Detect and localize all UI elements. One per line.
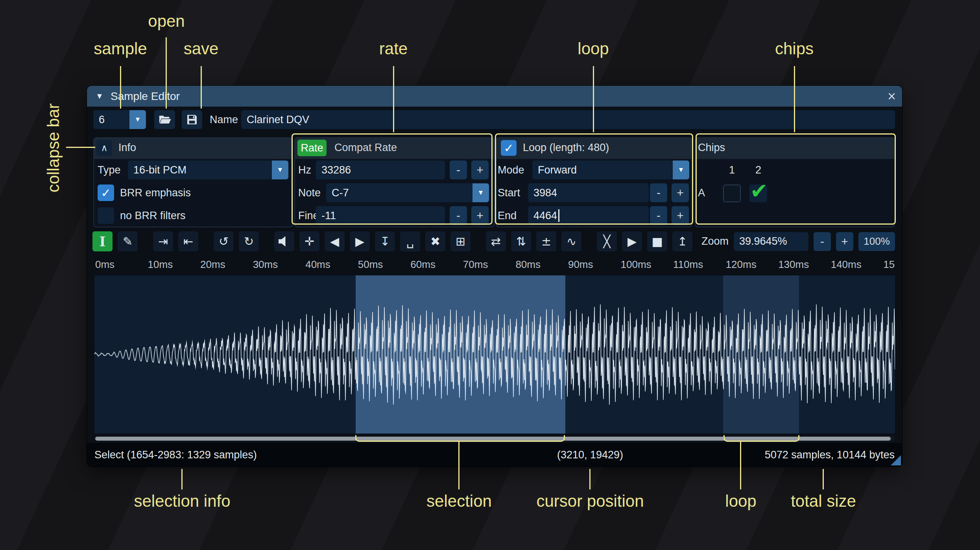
trim-button[interactable]: ⊞: [450, 231, 471, 251]
open-sample-button[interactable]: [154, 110, 175, 129]
speaker-icon: [279, 236, 290, 247]
annotation-chips: chips: [775, 39, 814, 58]
annotation-line-loop: [593, 66, 594, 132]
ruler-label: 150ms: [883, 258, 895, 271]
type-label: Type: [98, 161, 121, 179]
zoom-out-button[interactable]: -: [814, 232, 831, 251]
name-label: Name: [210, 110, 238, 129]
draw-tool-icon: ✎: [123, 236, 133, 247]
resample-button[interactable]: ⇤: [178, 231, 198, 251]
annotation-line-chips: [794, 66, 795, 132]
type-select[interactable]: 16-bit PCM ▼: [128, 161, 288, 179]
annotation-line-selection-info: [181, 469, 183, 489]
ruler-label: 120ms: [726, 258, 757, 271]
ruler-label: 110ms: [673, 258, 703, 271]
undo-icon: ↺: [219, 236, 229, 247]
preview-button[interactable]: ▶: [622, 231, 642, 251]
annotation-line-rate: [393, 66, 394, 132]
ruler-label: 10ms: [148, 258, 173, 271]
ruler-label: 60ms: [410, 258, 436, 271]
crossfade-loop-icon: ╳: [603, 236, 610, 247]
window-collapse-icon[interactable]: ▼: [96, 86, 103, 107]
close-icon[interactable]: ×: [888, 86, 896, 107]
no-brr-filters-checkbox[interactable]: [98, 207, 114, 224]
type-select-arrow[interactable]: ▼: [272, 161, 288, 179]
statusbar: Select (1654-2983: 1329 samples) (3210, …: [87, 443, 902, 467]
time-ruler[interactable]: 0ms10ms20ms30ms40ms50ms60ms70ms80ms90ms1…: [94, 255, 895, 274]
annotation-line-cursor-position: [589, 469, 591, 489]
apply-silence-button[interactable]: ␣: [400, 231, 420, 251]
resize-icon: ⇥: [158, 236, 168, 247]
annotation-box-rate: [292, 133, 493, 225]
zoom-in-button[interactable]: +: [836, 232, 853, 251]
zoom-input-value: 39.9645%: [739, 235, 787, 247]
annotation-selection: selection: [426, 492, 492, 511]
draw-tool-button[interactable]: ✎: [118, 231, 138, 251]
titlebar[interactable]: ▼ Sample Editor ×: [87, 86, 902, 107]
fade-in-button[interactable]: ◀: [325, 231, 345, 251]
apply-filter-icon: ∿: [567, 236, 576, 247]
chevron-up-icon: ∧: [101, 143, 108, 153]
annotation-loop-bottom: loop: [725, 492, 756, 511]
ruler-label: 30ms: [253, 258, 278, 271]
brr-emphasis-label: BRR emphasis: [120, 183, 191, 202]
waveform-view[interactable]: [94, 275, 895, 434]
reverse-icon: ⇄: [491, 236, 501, 247]
insert-silence-button[interactable]: ↧: [375, 231, 395, 251]
stop-preview-icon: ■: [651, 236, 663, 247]
sample-number-select[interactable]: 6 ▼: [93, 110, 146, 129]
fade-out-button[interactable]: ▶: [350, 231, 370, 251]
fade-out-icon: ▶: [355, 236, 364, 247]
annotation-bracket-loop: [723, 435, 799, 442]
stop-preview-button[interactable]: ■: [647, 231, 667, 251]
reverse-button[interactable]: ⇄: [486, 231, 506, 251]
zoom-label: Zoom: [701, 235, 729, 247]
redo-button[interactable]: ↻: [239, 231, 259, 251]
delete-button[interactable]: ✖: [425, 231, 445, 251]
undo-button[interactable]: ↺: [214, 231, 234, 251]
sample-number-arrow[interactable]: ▼: [129, 110, 146, 129]
create-wavetable-button[interactable]: ↥: [672, 231, 692, 251]
zoom-reset-button[interactable]: 100%: [858, 232, 895, 251]
annotation-open: open: [148, 12, 185, 31]
invert-button[interactable]: ⇅: [511, 231, 531, 251]
ruler-label: 100ms: [621, 258, 651, 271]
ruler-label: 90ms: [568, 258, 593, 271]
resample-icon: ⇤: [183, 236, 193, 247]
chevron-down-icon: ▼: [277, 166, 284, 174]
resize-grip[interactable]: [891, 455, 901, 465]
invert-icon: ⇅: [516, 236, 526, 247]
select-tool-icon: I: [100, 235, 106, 248]
ruler-label: 50ms: [358, 258, 383, 271]
save-sample-button[interactable]: [182, 110, 202, 129]
resize-button[interactable]: ⇥: [153, 231, 173, 251]
amplify-button[interactable]: [274, 231, 294, 251]
waveform-canvas[interactable]: [94, 275, 895, 434]
crossfade-loop-button[interactable]: ╳: [597, 231, 617, 251]
annotation-cursor-position: cursor position: [536, 492, 644, 511]
apply-silence-icon: ␣: [406, 236, 414, 247]
select-tool-button[interactable]: I: [92, 231, 113, 251]
annotation-box-loop: [495, 133, 693, 225]
sign-convert-button[interactable]: ±: [536, 231, 556, 251]
type-select-value: 16-bit PCM: [133, 164, 186, 176]
ruler-label: 130ms: [778, 258, 809, 271]
sample-toolbar: I✎⇥⇤↺↻✛◀▶↧␣✖⊞⇄⇅±∿╳▶■↥ Zoom 39.9645% - + …: [92, 231, 895, 251]
name-input[interactable]: Clarinet DQV: [241, 110, 895, 129]
ruler-label: 80ms: [515, 258, 541, 271]
info-collapse-button[interactable]: ∧: [96, 140, 112, 156]
check-icon: ✓: [98, 185, 114, 201]
toolbar-icons: I✎⇥⇤↺↻✛◀▶↧␣✖⊞⇄⇅±∿╳▶■↥: [92, 231, 692, 251]
info-header-label: Info: [118, 138, 136, 157]
ruler-label: 140ms: [831, 258, 862, 271]
chevron-down-icon: ▼: [135, 116, 141, 124]
ruler-label: 20ms: [200, 258, 225, 271]
status-total-size: 5072 samples, 10144 bytes: [765, 443, 895, 467]
normalize-button[interactable]: ✛: [299, 231, 319, 251]
annotation-box-chips: [696, 133, 896, 225]
annotation-loop: loop: [578, 39, 609, 58]
save-floppy-icon: [186, 113, 198, 126]
brr-emphasis-checkbox[interactable]: ✓: [98, 185, 114, 201]
apply-filter-button[interactable]: ∿: [561, 231, 581, 251]
zoom-input[interactable]: 39.9645%: [734, 232, 808, 251]
